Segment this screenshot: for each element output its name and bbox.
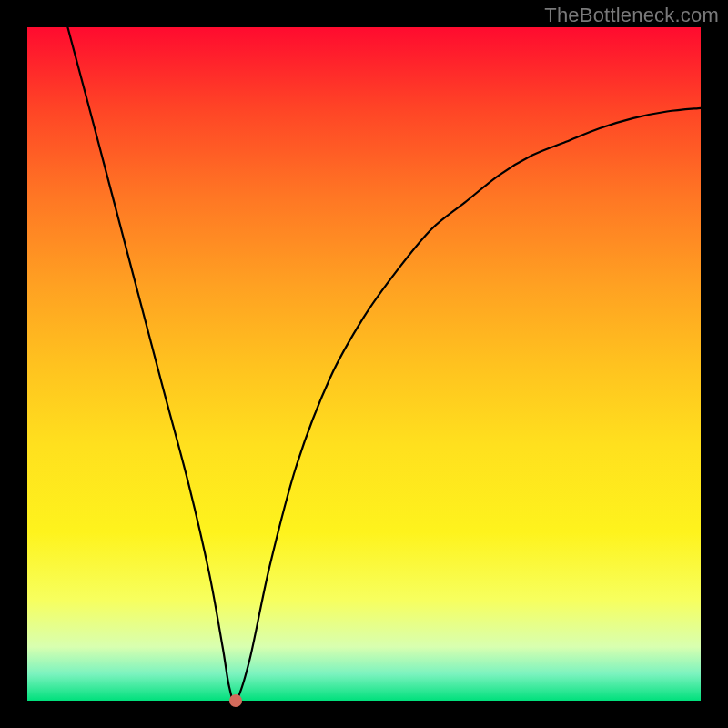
chart-frame: TheBottleneck.com — [0, 0, 728, 728]
bottleneck-curve — [67, 27, 701, 702]
plot-area — [27, 27, 701, 701]
watermark-text: TheBottleneck.com — [544, 4, 719, 27]
minimum-point-marker — [229, 694, 242, 707]
curve-svg — [27, 27, 701, 701]
